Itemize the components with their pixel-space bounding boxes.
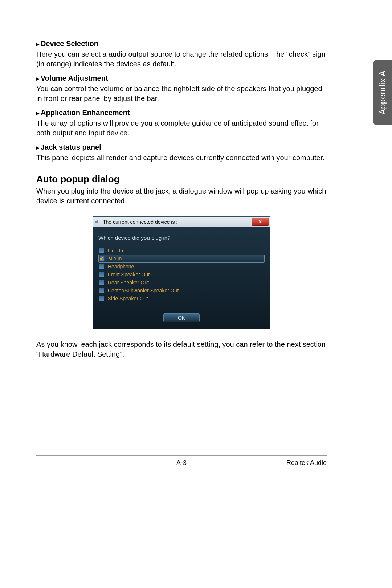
device-list: Line In Mic In Headphone Front Spea	[98, 247, 265, 303]
device-option-rear-speaker[interactable]: Rear Speaker Out	[98, 279, 265, 287]
dialog-title: The current connected device is :	[103, 219, 177, 226]
para-auto-popup: When you plug into the device at the jac…	[36, 186, 327, 206]
subhead-device-selection: Device Selection	[36, 39, 327, 49]
content-area: Device Selection Here you can select a a…	[36, 35, 327, 359]
ok-button[interactable]: OK	[163, 313, 200, 322]
subhead-volume-adjustment: Volume Adjustment	[36, 73, 327, 83]
checkbox-icon	[99, 248, 104, 253]
device-label: Line In	[108, 247, 123, 254]
device-label: Center/Subwoofer Speaker Out	[108, 287, 179, 294]
page-number: A-3	[176, 459, 187, 467]
checkbox-icon	[99, 272, 104, 277]
side-tab-label: Appendix A	[377, 70, 388, 114]
checkbox-icon	[99, 264, 104, 269]
page-footer: A-3 Realtek Audio	[36, 459, 327, 467]
close-button[interactable]: x	[252, 218, 269, 226]
device-label: Mic In	[108, 255, 122, 262]
subhead-jack-status-panel: Jack status panel	[36, 142, 327, 152]
para-volume-adjustment: You can control the volume or balance th…	[36, 84, 327, 104]
side-tab: Appendix A	[373, 60, 392, 125]
subhead-application-enhancement: Application Enhancement	[36, 108, 327, 118]
device-option-mic-in[interactable]: Mic In	[98, 255, 265, 263]
footer-product: Realtek Audio	[286, 459, 327, 467]
dialog-titlebar: The current connected device is : x	[93, 217, 270, 227]
device-option-headphone[interactable]: Headphone	[98, 263, 265, 271]
checkbox-icon	[99, 256, 105, 261]
para-after-dialog: As you know, each jack corresponds to it…	[36, 340, 327, 359]
footer-rule	[36, 455, 327, 456]
para-device-selection: Here you can select a audio output sourc…	[36, 49, 327, 69]
ok-button-label: OK	[178, 315, 185, 321]
device-label: Front Speaker Out	[108, 271, 150, 278]
heading-auto-popup: Auto popup dialog	[36, 173, 327, 186]
speaker-icon	[95, 219, 101, 225]
device-option-side-speaker[interactable]: Side Speaker Out	[98, 295, 265, 303]
device-label: Side Speaker Out	[108, 295, 148, 302]
dialog-body: Which device did you plug in? Line In Mi…	[93, 227, 270, 329]
dialog-button-row: OK	[98, 313, 265, 322]
device-label: Rear Speaker Out	[108, 279, 149, 286]
checkbox-icon	[99, 280, 104, 285]
device-option-center-subwoofer[interactable]: Center/Subwoofer Speaker Out	[98, 287, 265, 295]
dialog-prompt: Which device did you plug in?	[98, 234, 265, 242]
device-option-line-in[interactable]: Line In	[98, 247, 265, 255]
checkbox-icon	[99, 288, 104, 293]
device-option-front-speaker[interactable]: Front Speaker Out	[98, 271, 265, 279]
checkbox-icon	[99, 296, 104, 301]
device-dialog: The current connected device is : x Whic…	[93, 216, 270, 329]
para-jack-status-panel: This panel depicts all render and captur…	[36, 153, 327, 163]
dialog-screenshot: The current connected device is : x Whic…	[36, 216, 327, 329]
para-application-enhancement: The array of options will provide you a …	[36, 118, 327, 138]
svg-marker-0	[95, 220, 98, 224]
close-icon: x	[259, 218, 262, 225]
document-page: Appendix A Device Selection Here you can…	[0, 0, 392, 588]
device-label: Headphone	[108, 263, 134, 270]
